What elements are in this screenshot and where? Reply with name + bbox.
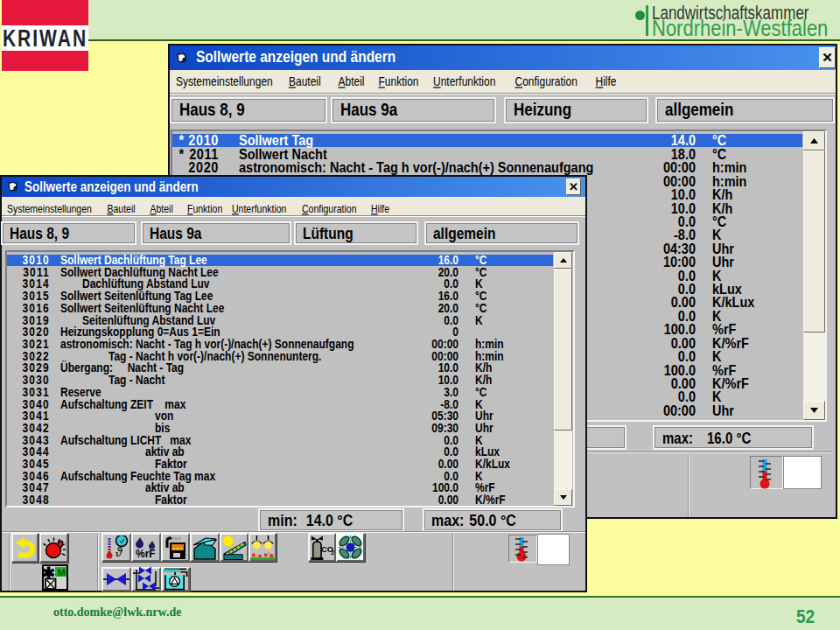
svg-text:2: 2	[331, 550, 334, 556]
svg-text:YYY: YYY	[171, 536, 181, 542]
svg-text:%rF: %rF	[136, 548, 156, 560]
svg-text:ϑ: ϑ	[116, 545, 123, 559]
svg-text:M: M	[58, 567, 66, 578]
